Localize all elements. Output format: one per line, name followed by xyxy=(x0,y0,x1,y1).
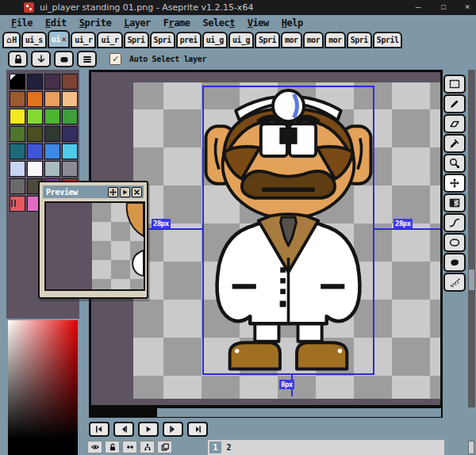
palette-swatch[interactable] xyxy=(27,143,43,159)
branch-icon[interactable] xyxy=(140,441,155,453)
title-bar: ui_player standing 01.png - Aseprite v1.… xyxy=(0,0,476,15)
palette-swatch[interactable] xyxy=(27,74,43,90)
vertical-scrollbar-thumb[interactable] xyxy=(469,270,474,290)
preview-close-button[interactable] xyxy=(132,187,142,197)
selection-rectangle[interactable] xyxy=(202,86,374,375)
menu-frame[interactable]: Frame xyxy=(157,17,197,29)
timeline-layer-controls xyxy=(87,440,172,454)
tool-contour[interactable] xyxy=(443,253,466,272)
menu-layer[interactable]: Layer xyxy=(117,17,157,29)
tab-ui_r[interactable]: ui_r xyxy=(71,32,96,48)
palette-swatch[interactable] xyxy=(44,143,60,159)
lock-open-icon[interactable] xyxy=(105,441,120,453)
duplicate-icon[interactable] xyxy=(157,441,172,453)
palette-swatch[interactable] xyxy=(62,143,78,159)
palette-swatch[interactable] xyxy=(44,109,60,124)
palette-swatch[interactable] xyxy=(10,143,25,159)
tab-spril[interactable]: Spril xyxy=(373,32,403,48)
menu-sprite[interactable]: Sprite xyxy=(73,17,117,29)
palette-swatch[interactable] xyxy=(62,161,78,177)
tool-pencil[interactable] xyxy=(443,94,466,113)
tab-ui_s[interactable]: ui_s xyxy=(21,32,47,48)
palette-swatch[interactable] xyxy=(10,178,25,194)
horizontal-scrollbar[interactable] xyxy=(89,407,443,418)
horizontal-scrollbar-thumb[interactable] xyxy=(157,408,441,417)
menu-view[interactable]: View xyxy=(241,17,275,29)
auto-select-checkbox[interactable]: ✓ xyxy=(109,53,121,65)
arrow-down-button[interactable] xyxy=(31,51,51,67)
palette-swatch[interactable] xyxy=(10,161,25,177)
first-frame-button[interactable] xyxy=(89,422,109,437)
tool-rectangular-marquee[interactable] xyxy=(443,75,466,94)
palette-swatch[interactable] xyxy=(27,91,43,107)
eye-icon[interactable] xyxy=(87,441,102,453)
color-picker-gradient[interactable] xyxy=(8,320,78,455)
window-title: ui_player standing 01.png - Aseprite v1.… xyxy=(40,2,253,13)
palette-swatch[interactable] xyxy=(44,161,60,177)
palette-swatch[interactable] xyxy=(27,126,43,142)
tool-eraser[interactable] xyxy=(443,114,466,133)
palette-swatch[interactable] xyxy=(27,161,43,177)
rectangle-button[interactable] xyxy=(54,51,74,67)
preview-center-button[interactable] xyxy=(108,187,118,197)
tool-jumble[interactable] xyxy=(443,273,466,292)
next-frame-button[interactable] xyxy=(163,422,183,437)
minimize-button[interactable]: – xyxy=(408,0,428,15)
tab-label: Spri xyxy=(259,36,276,44)
palette-swatch[interactable] xyxy=(10,91,25,107)
tab-spri[interactable]: Spri xyxy=(255,32,280,48)
maximize-button[interactable]: ☐ xyxy=(433,0,454,15)
palette-swatch[interactable] xyxy=(10,109,25,124)
play-button[interactable] xyxy=(138,422,159,437)
tab-home[interactable]: ⌂H xyxy=(2,32,21,48)
menu-select[interactable]: Select xyxy=(197,17,241,29)
palette-swatch[interactable] xyxy=(27,109,43,124)
preview-title-bar[interactable]: Preview xyxy=(43,185,144,198)
tab-mor[interactable]: mor xyxy=(303,32,324,48)
frame-1[interactable]: 1 xyxy=(209,442,221,453)
onion-skin-icon[interactable] xyxy=(122,441,137,453)
palette-swatch[interactable] xyxy=(62,91,78,107)
palette-swatch[interactable] xyxy=(62,126,78,142)
last-frame-button[interactable] xyxy=(187,422,208,437)
tool-move[interactable] xyxy=(443,174,466,193)
lock-button[interactable] xyxy=(8,51,28,67)
tab-spri[interactable]: Spri xyxy=(124,32,149,48)
tool-gradient[interactable] xyxy=(443,193,466,212)
tool-zoom[interactable] xyxy=(443,154,466,173)
tab-prei[interactable]: prei xyxy=(176,32,202,48)
tab-ui_r[interactable]: ui_r xyxy=(97,32,122,48)
home-icon: ⌂ xyxy=(6,36,11,44)
tool-eyedropper[interactable] xyxy=(443,134,466,153)
tab-bar: ⌂Hui_sui×ui_rui_rSpriSpripreiui_gui_gSpr… xyxy=(0,30,476,48)
timeline-scroll-end[interactable] xyxy=(468,441,474,454)
tool-ellipse[interactable] xyxy=(443,233,466,252)
palette-swatch[interactable] xyxy=(62,74,78,90)
tab-label: ui_r xyxy=(75,36,92,44)
palette-swatch[interactable] xyxy=(44,74,60,90)
tab-ui[interactable]: ui× xyxy=(48,30,71,48)
vertical-scrollbar[interactable] xyxy=(468,70,475,407)
palette-swatch[interactable] xyxy=(44,91,60,107)
tab-spri[interactable]: Spri xyxy=(150,32,175,48)
tab-ui_g[interactable]: ui_g xyxy=(228,32,254,48)
menu-help[interactable]: Help xyxy=(275,17,309,29)
close-button[interactable]: × xyxy=(457,0,476,15)
palette-swatch[interactable] xyxy=(10,74,25,90)
tab-spri[interactable]: Spri xyxy=(347,32,372,48)
frame-2[interactable]: 2 xyxy=(223,442,235,453)
tab-mor[interactable]: mor xyxy=(324,32,346,48)
palette-swatch[interactable] xyxy=(44,126,60,142)
tab-mor[interactable]: mor xyxy=(281,32,302,48)
preview-play-button[interactable] xyxy=(120,187,130,197)
tool-curve[interactable] xyxy=(443,213,466,232)
tab-ui_g[interactable]: ui_g xyxy=(202,32,228,48)
palette-swatch[interactable] xyxy=(62,109,78,124)
prev-frame-button[interactable] xyxy=(113,422,134,437)
menu-edit[interactable]: Edit xyxy=(39,17,73,29)
menu-file[interactable]: File xyxy=(5,17,39,29)
tab-close-icon[interactable]: × xyxy=(62,35,67,44)
menu-button[interactable] xyxy=(77,51,97,67)
palette-swatch[interactable] xyxy=(10,126,25,142)
palette-resize-handle[interactable] xyxy=(11,195,17,210)
